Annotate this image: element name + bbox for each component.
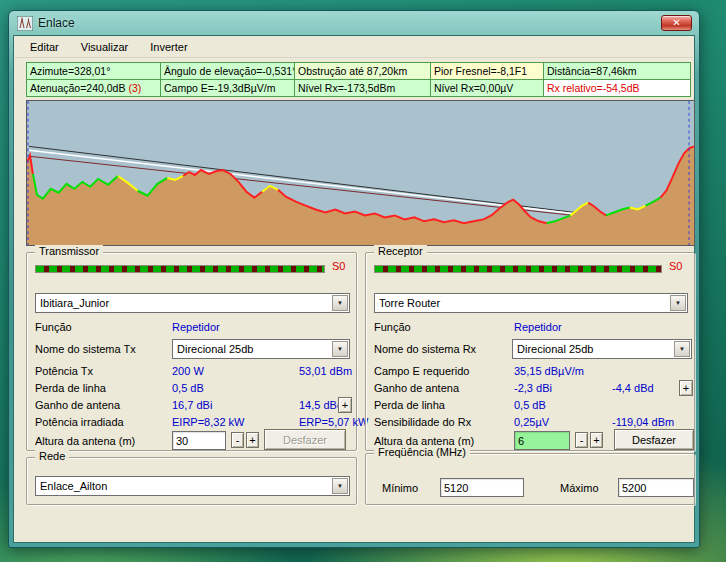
rx-system-value: Direcional 25db	[517, 343, 593, 355]
rx-line-loss-label: Perda de linha	[374, 399, 445, 411]
distance-cell: Distância=87,46km	[543, 62, 691, 80]
terrain-profile-chart	[26, 100, 695, 246]
rx-station-value: Torre Router	[379, 297, 440, 309]
network-group-title: Rede	[35, 450, 69, 462]
rx-relative-cell: Rx relativo=-54,5dB	[543, 79, 691, 97]
elevation-angle-cell: Ângulo de elevação=-0,531°	[160, 62, 295, 80]
dropdown-arrow-icon[interactable]: ▼	[332, 341, 348, 357]
tx-line-loss-label: Perda de linha	[35, 382, 106, 394]
rx-line-loss-value: 0,5 dB	[514, 399, 546, 411]
tx-funcao-value: Repetidor	[172, 321, 220, 333]
tx-power-label: Potência Tx	[35, 365, 93, 377]
titlebar[interactable]: Enlace ✕	[13, 11, 695, 35]
rx-antenna-height-input[interactable]	[514, 431, 570, 450]
client-area: Editar Visualizar Inverter Azimute=328,0…	[13, 35, 695, 543]
rx-level-dbm-cell: Nível Rx=-173,5dBm	[294, 79, 431, 97]
menu-editar[interactable]: Editar	[19, 38, 70, 56]
info-row-1: Azimute=328,01° Ângulo de elevação=-0,53…	[26, 62, 695, 80]
field-strength-cell: Campo E=-19,3dBµV/m	[160, 79, 295, 97]
dropdown-arrow-icon[interactable]: ▼	[332, 295, 348, 311]
rx-sensitivity-dbm: -119,04 dBm	[612, 416, 674, 428]
rx-antenna-gain-label: Ganho de antena	[374, 382, 459, 394]
rx-system-combobox[interactable]: Direcional 25db ▼	[512, 339, 692, 359]
obstruction-cell: Obstrução até 87,20km	[294, 62, 431, 80]
rx-funcao-value: Repetidor	[514, 321, 562, 333]
tx-antenna-gain-dbi: 16,7 dBi	[172, 399, 212, 411]
rx-system-label: Nome do sistema Rx	[374, 343, 476, 355]
receiver-group-title: Receptor	[374, 245, 427, 257]
rx-required-field-label: Campo E requerido	[374, 365, 469, 377]
transmitter-group: Transmissor S0 Ibitiara_Junior ▼ Função …	[26, 252, 357, 451]
network-combobox[interactable]: Enlace_Ailton ▼	[35, 476, 350, 496]
tx-antenna-height-label: Altura da antena (m)	[35, 435, 135, 447]
close-icon: ✕	[672, 17, 680, 28]
tx-antenna-height-decrease-button[interactable]: -	[231, 432, 244, 448]
dropdown-arrow-icon[interactable]: ▼	[332, 478, 348, 494]
tx-eirp-value: EIRP=8,32 kW	[172, 416, 244, 428]
info-row-2: Atenuação=240,0dB (3) Campo E=-19,3dBµV/…	[26, 79, 695, 97]
attenuation-cell: Atenuação=240,0dB (3)	[26, 79, 161, 97]
link-info-panel: Azimute=328,01° Ângulo de elevação=-0,53…	[26, 62, 695, 97]
frequency-min-input[interactable]	[440, 478, 524, 497]
worst-fresnel-cell: Pior Fresnel=-8,1F1	[430, 62, 544, 80]
tx-antenna-gain-label: Ganho de antena	[35, 399, 120, 411]
frequency-group-title: Freqüência (MHz)	[374, 446, 470, 458]
window-icon	[17, 16, 33, 31]
rx-antenna-gain-dbi: -2,3 dBi	[514, 382, 552, 394]
tx-station-combobox[interactable]: Ibitiara_Junior ▼	[35, 293, 350, 313]
tx-station-value: Ibitiara_Junior	[40, 297, 109, 309]
rx-level-uv-cell: Nível Rx=0,00µV	[430, 79, 544, 97]
menu-visualizar[interactable]: Visualizar	[70, 38, 140, 56]
frequency-group: Freqüência (MHz) Mínimo Máximo	[365, 453, 695, 505]
rx-funcao-label: Função	[374, 321, 411, 333]
close-button[interactable]: ✕	[661, 15, 692, 31]
frequency-max-label: Máximo	[560, 482, 599, 494]
azimuth-cell: Azimute=328,01°	[26, 62, 161, 80]
attenuation-note: (3)	[128, 82, 141, 94]
rx-required-field-value: 35,15 dBµV/m	[514, 365, 584, 377]
tx-line-loss-value: 0,5 dB	[172, 382, 204, 394]
rx-signal-meter-label: S0	[669, 260, 682, 272]
tx-system-label: Nome do sistema Tx	[35, 343, 136, 355]
tx-system-combobox[interactable]: Direcional 25db ▼	[172, 339, 350, 359]
rx-antenna-height-decrease-button[interactable]: -	[575, 432, 588, 448]
window-title: Enlace	[38, 16, 75, 30]
frequency-max-input[interactable]	[618, 478, 694, 497]
network-group: Rede Enlace_Ailton ▼	[26, 457, 357, 505]
rx-signal-meter	[374, 265, 662, 273]
rx-station-combobox[interactable]: Torre Router ▼	[374, 293, 688, 313]
rx-antenna-gain-dbd: -4,4 dBd	[612, 382, 654, 394]
network-value: Enlace_Ailton	[40, 480, 107, 492]
tx-power-dbm: 53,01 dBm	[299, 365, 352, 377]
tx-radiated-power-label: Potência irradiada	[35, 416, 124, 428]
tx-signal-meter	[35, 265, 325, 273]
rx-antenna-height-increase-button[interactable]: +	[590, 432, 603, 448]
rx-antenna-gain-plus-button[interactable]: +	[679, 380, 693, 396]
rx-sensitivity-uv: 0,25µV	[514, 416, 549, 428]
menu-bar: Editar Visualizar Inverter	[15, 37, 693, 58]
tx-power-watts: 200 W	[172, 365, 204, 377]
tx-system-value: Direcional 25db	[177, 343, 253, 355]
frequency-min-label: Mínimo	[382, 482, 418, 494]
menu-inverter[interactable]: Inverter	[139, 38, 198, 56]
dropdown-arrow-icon[interactable]: ▼	[670, 295, 686, 311]
tx-erp-value: ERP=5,07 kW	[299, 416, 368, 428]
tx-undo-button[interactable]: Desfazer	[264, 429, 346, 450]
transmitter-group-title: Transmissor	[35, 245, 103, 257]
terrain-profile-svg	[27, 101, 694, 245]
desktop-background: Enlace ✕ Editar Visualizar Inverter Azim…	[0, 0, 726, 562]
rx-undo-button[interactable]: Desfazer	[614, 429, 694, 450]
tx-antenna-height-increase-button[interactable]: +	[246, 432, 259, 448]
tx-antenna-gain-dbd: 14,5 dBd	[299, 399, 343, 411]
tx-antenna-height-input[interactable]	[172, 431, 226, 450]
dropdown-arrow-icon[interactable]: ▼	[674, 341, 690, 357]
tx-funcao-label: Função	[35, 321, 72, 333]
enlace-window: Enlace ✕ Editar Visualizar Inverter Azim…	[8, 10, 700, 548]
tx-signal-meter-label: S0	[332, 260, 345, 272]
rx-sensitivity-label: Sensibilidade do Rx	[374, 416, 471, 428]
receiver-group: Receptor S0 Torre Router ▼ Função Repeti…	[365, 252, 695, 451]
tx-antenna-gain-plus-button[interactable]: +	[338, 397, 352, 413]
